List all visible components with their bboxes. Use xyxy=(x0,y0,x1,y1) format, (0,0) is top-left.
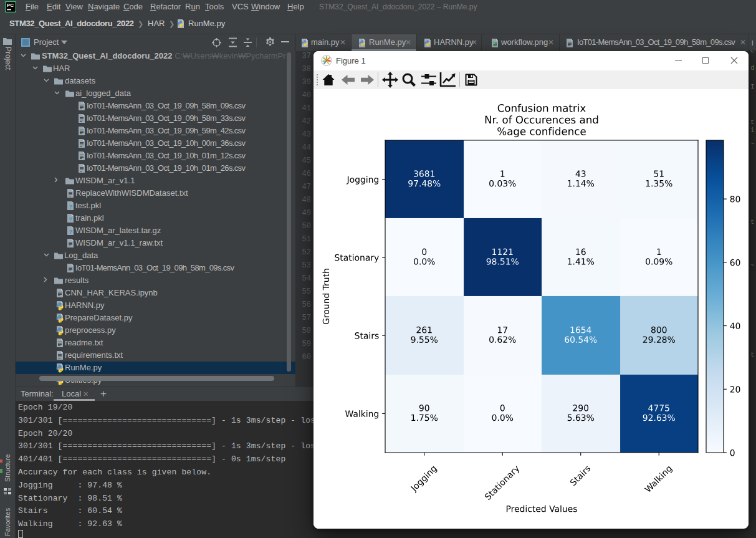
svg-text:?: ? xyxy=(69,204,72,210)
svg-text:?: ? xyxy=(69,229,72,235)
svg-text:?: ? xyxy=(69,216,72,223)
